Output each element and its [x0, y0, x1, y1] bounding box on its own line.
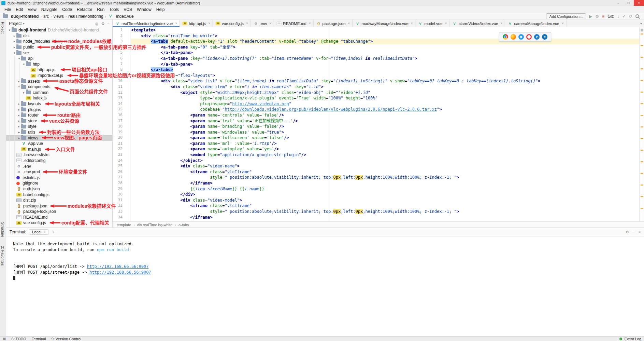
code-editor[interactable]: <template> <div class="realTime bg-white…	[130, 27, 639, 220]
event-log-label[interactable]: Event Log	[624, 337, 641, 341]
stop-icon[interactable]: ■	[602, 14, 604, 18]
tree-expand-icon[interactable]: ▸	[17, 131, 21, 134]
breadcrumb-item-duoji-frontend[interactable]: duoji-frontend	[3, 14, 39, 19]
status-item-9-version-control[interactable]: 9: Version Control	[52, 337, 81, 341]
tree-item-gitignore[interactable]: .gitignore	[6, 180, 112, 186]
gear-icon[interactable]: ⚙	[101, 22, 105, 26]
code-line-23[interactable]: <embed type="application/x-google-vlc-pl…	[131, 152, 639, 158]
menu-edit[interactable]: Edit	[13, 7, 25, 12]
opera-icon[interactable]	[526, 34, 532, 40]
menu-vcs[interactable]: VCS	[121, 7, 134, 12]
error-stripe[interactable]	[639, 27, 644, 221]
code-line-13[interactable]: type='application/x-vlc-plugin' events='…	[131, 95, 639, 101]
error-stripe-mark[interactable]	[641, 68, 643, 69]
code-line-32[interactable]: <iframe class="vlcIframe"	[131, 203, 639, 209]
new-terminal-tab-button[interactable]: +	[51, 230, 57, 235]
code-line-2[interactable]: <div class="realTime bg-white">	[131, 33, 639, 39]
code-line-25[interactable]: <div class="video-name">	[131, 163, 639, 169]
toolwindow-switcher-icon[interactable]: ▦	[3, 337, 6, 341]
git-commit-icon[interactable]: ✓	[622, 14, 626, 18]
tree-item-src[interactable]: ▾src	[6, 50, 112, 56]
debug-icon[interactable]: ⚙	[595, 14, 599, 18]
error-stripe-mark[interactable]	[641, 196, 643, 197]
code-line-4[interactable]: <a-tab-pane key="0" tab="全部">	[131, 44, 639, 50]
add-configuration-button[interactable]: Add Configuration...	[546, 13, 586, 19]
code-line-26[interactable]: <iframe class="vlcIframe"	[131, 169, 639, 175]
code-line-11[interactable]: <div class="video-item" v-for="i in item…	[131, 84, 639, 90]
error-stripe-mark[interactable]	[641, 92, 643, 93]
error-stripe-mark[interactable]	[641, 45, 643, 46]
editor-tab-http-api-js[interactable]: JShttp-api.js×	[180, 20, 213, 27]
error-stripe-mark[interactable]	[641, 173, 643, 174]
code-line-12[interactable]: <object style="width:390px;height:219px"…	[131, 90, 639, 96]
error-stripe-mark[interactable]	[641, 138, 643, 139]
editor-tab-alarmvideos-index-vue[interactable]: ValarmVideos\index.vue×	[449, 20, 505, 27]
code-line-6[interactable]: <a-tab-pane :key="(index+1).toString()" …	[131, 56, 639, 62]
error-stripe-mark[interactable]	[641, 115, 643, 116]
code-line-27[interactable]: style=" position:absolute;visibility:inh…	[131, 175, 639, 180]
close-button[interactable]: ×	[634, 0, 644, 6]
status-item-6-todo[interactable]: 6: TODO	[11, 337, 26, 341]
editor-tab-readme-md[interactable]: README.md×	[274, 20, 313, 27]
tree-expand-icon[interactable]: ▸	[17, 136, 21, 140]
hide-panel-icon[interactable]: −	[108, 22, 110, 26]
tab-close-icon[interactable]: ×	[411, 22, 413, 25]
chevron-down-icon[interactable]: ▾	[23, 22, 25, 25]
tab-close-icon[interactable]: ×	[562, 22, 564, 25]
editor-tab-model-vue[interactable]: Vmodel.vue×	[415, 20, 449, 27]
code-line-22[interactable]: <param name='autoplay' value='yes'/>	[131, 146, 639, 152]
code-line-5[interactable]: </a-tab-pane>	[131, 50, 639, 56]
breadcrumb-item-views[interactable]: views	[54, 14, 64, 19]
tab-close-icon[interactable]: ×	[270, 22, 272, 25]
tab-close-icon[interactable]: ×	[246, 22, 248, 25]
tree-collapse-icon[interactable]: ▾	[8, 28, 12, 32]
close-icon[interactable]: ×	[43, 230, 45, 234]
code-line-24[interactable]: </object>	[131, 158, 639, 164]
menu-help[interactable]: Help	[154, 7, 167, 12]
error-stripe-mark[interactable]	[641, 161, 643, 162]
code-line-15[interactable]: codebase="http://downloads.videolan.org/…	[131, 107, 639, 112]
tab-close-icon[interactable]: ×	[445, 22, 447, 25]
minimize-button[interactable]: –	[613, 0, 624, 6]
code-line-7[interactable]: </a-tab-pane>	[131, 62, 639, 67]
code-line-34[interactable]: </iframe>	[131, 215, 639, 220]
editor-tab-vue-config-js[interactable]: JSvue.config.js×	[213, 20, 251, 27]
code-line-10[interactable]: <div class="video-list" v-for="(item,ind…	[131, 78, 639, 84]
terminal-link[interactable]: http://192.168.66.56:9007	[89, 270, 151, 275]
search-everywhere-icon[interactable]	[635, 14, 640, 19]
chrome-icon[interactable]	[503, 34, 508, 40]
code-line-31[interactable]: <div class="video-model">	[131, 197, 639, 203]
tree-item-auth-json[interactable]: {}auth.json	[6, 186, 112, 192]
breadcrumb-item-realtimemonitoring[interactable]: realTimeMonitoring	[68, 14, 103, 19]
terminal-gear-icon[interactable]: ⚙	[626, 230, 629, 234]
project-panel-title[interactable]: Project	[9, 21, 22, 26]
menu-code[interactable]: Code	[60, 7, 74, 12]
error-stripe-mark[interactable]	[641, 103, 643, 104]
code-line-21[interactable]: <param name='mrl' :value='i.rtsp'/>	[131, 141, 639, 147]
history-icon[interactable]: ↺	[629, 14, 632, 18]
terminal-output[interactable]: Note that the development build is not o…	[6, 236, 644, 336]
editor-tab-cameramanage-index-vue[interactable]: VcameraManage\index.vue×	[505, 20, 566, 27]
breadcrumb-item-index-vue[interactable]: Vindex.vue	[108, 14, 133, 19]
code-line-14[interactable]: pluginspage="http://www.videolan.org"	[131, 101, 639, 107]
code-line-28[interactable]: </iframe>	[131, 180, 639, 186]
terminal-close-icon[interactable]: ×	[639, 230, 641, 234]
tab-close-icon[interactable]: ×	[501, 22, 503, 25]
status-item-terminal[interactable]: Terminal	[32, 337, 46, 341]
tab-close-icon[interactable]: ×	[208, 22, 210, 25]
error-stripe-mark[interactable]	[641, 208, 643, 209]
menu-view[interactable]: View	[25, 7, 39, 12]
code-line-3[interactable]: <a-tabs default-active-key="1" slot="hea…	[131, 39, 639, 44]
code-line-8[interactable]: </a-tabs>	[131, 67, 639, 73]
maximize-button[interactable]: □	[624, 0, 634, 6]
code-line-16[interactable]: <param name='controls' value='false'/>	[131, 112, 639, 118]
menu-file[interactable]: File	[2, 7, 13, 12]
error-stripe-mark[interactable]	[641, 150, 643, 151]
editor-tab-roadwaymanage-index-vue[interactable]: VroadwayManage\index.vue×	[353, 20, 415, 27]
error-stripe-mark[interactable]	[641, 80, 643, 81]
code-line-18[interactable]: <param name='branding' value='false'/>	[131, 124, 639, 129]
editor-tab-package-json[interactable]: {}package.json×	[314, 20, 353, 27]
code-line-20[interactable]: <param name='fullscreen' value='false'/>	[131, 135, 639, 141]
locate-file-icon[interactable]: ◎	[95, 22, 99, 26]
git-update-icon[interactable]: ↓	[617, 14, 619, 18]
